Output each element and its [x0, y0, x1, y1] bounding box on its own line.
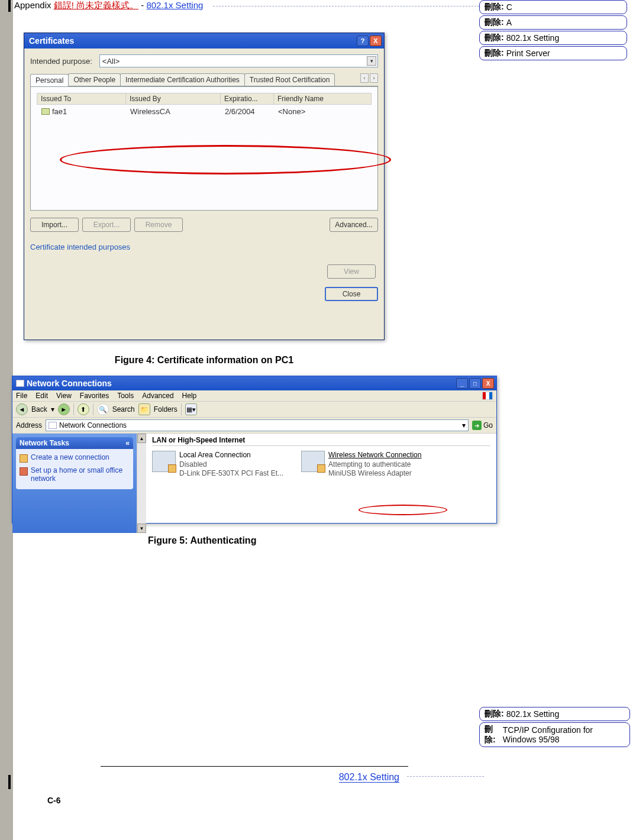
certificate-purposes-label: Certificate intended purposes	[30, 243, 378, 251]
conn-device: D-Link DFE-530TX PCI Fast Et...	[179, 469, 283, 479]
scroll-up-icon[interactable]: ▲	[137, 434, 146, 443]
dash: -	[138, 0, 146, 10]
cert-row[interactable]: fae1 WirelessCA 2/6/2004 <None>	[37, 105, 372, 118]
change-bar	[0, 0, 13, 840]
tabs-scroll-right[interactable]: ›	[370, 73, 378, 83]
connection-lan[interactable]: Local Area Connection Disabled D-Link DF…	[152, 451, 283, 479]
select-value: <All>	[102, 57, 120, 66]
chevron-down-icon[interactable]: ▾	[462, 421, 466, 429]
address-input[interactable]: Network Connections ▾	[46, 419, 469, 431]
close-button[interactable]: Close	[325, 287, 378, 301]
close-icon[interactable]: X	[370, 35, 382, 46]
search-icon[interactable]: 🔍	[97, 403, 109, 415]
tab-trusted-root[interactable]: Trusted Root Certification	[244, 73, 335, 86]
address-label: Address	[16, 421, 42, 429]
folders-label[interactable]: Folders	[154, 405, 177, 413]
revision-bubble[interactable]: 刪除:802.1x Setting	[479, 31, 627, 45]
certificates-dialog: Certificates ? X Intended purpose: <All>…	[24, 33, 385, 340]
page-number: C-6	[47, 796, 61, 805]
task-create-connection[interactable]: Create a new connection	[20, 451, 130, 464]
up-button[interactable]: ⬆	[78, 403, 89, 415]
task-label: Set up a home or small office network	[31, 466, 130, 483]
views-button[interactable]: ▦▾	[185, 403, 197, 415]
category-header: LAN or High-Speed Internet	[152, 436, 490, 446]
address-bar: Address Network Connections ▾ ➜ Go	[12, 418, 496, 434]
cell-issued-to: fae1	[52, 107, 67, 116]
figure-caption-4: Figure 4: Certificate information on PC1	[24, 355, 385, 366]
header-link[interactable]: 802.1x Setting	[146, 0, 203, 10]
col-issued-to[interactable]: Issued To	[37, 93, 126, 104]
col-expiration[interactable]: Expiratio...	[221, 93, 274, 104]
tabs-scroll-left[interactable]: ‹	[360, 73, 369, 83]
tab-intermediate-ca[interactable]: Intermediate Certification Authorities	[120, 73, 245, 86]
cell-issued-by: WirelessCA	[127, 106, 221, 117]
scroll-down-icon[interactable]: ▼	[137, 524, 146, 533]
help-button[interactable]: ?	[357, 35, 369, 46]
collapse-icon[interactable]: «	[125, 439, 130, 447]
certificate-list: Issued To Issued By Expiratio... Friendl…	[30, 86, 378, 211]
dialog-title: Certificates	[29, 36, 74, 46]
windows-flag-icon	[482, 392, 493, 400]
advanced-button[interactable]: Advanced...	[330, 218, 378, 232]
remove-button[interactable]: Remove	[134, 218, 183, 232]
col-issued-by[interactable]: Issued By	[126, 93, 221, 104]
separator	[73, 403, 74, 415]
menu-tools[interactable]: Tools	[117, 392, 134, 400]
toolbar: ◄ Back▾ ► ⬆ 🔍 Search 📁 Folders ▦▾	[12, 402, 496, 418]
connection-wireless[interactable]: Wireless Network Connection Attempting t…	[301, 451, 421, 479]
folders-icon[interactable]: 📁	[138, 403, 150, 415]
maximize-button[interactable]: □	[469, 378, 481, 389]
panel-scrollbar[interactable]: ▲ ▼	[137, 434, 146, 533]
menu-advanced[interactable]: Advanced	[142, 392, 173, 400]
revision-bubble[interactable]: 刪除:Print Server	[479, 46, 627, 60]
menu-view[interactable]: View	[56, 392, 72, 400]
back-label[interactable]: Back	[31, 405, 47, 413]
menu-help[interactable]: Help	[182, 392, 197, 400]
appendix-label: Appendix	[14, 0, 54, 10]
go-label: Go	[483, 421, 493, 429]
task-icon	[20, 467, 28, 476]
task-setup-network[interactable]: Set up a home or small office network	[20, 464, 130, 484]
rev-label: 刪除:	[485, 33, 504, 43]
col-friendly-name[interactable]: Friendly Name	[274, 93, 371, 104]
go-button[interactable]: ➜ Go	[472, 421, 493, 430]
revision-bubble[interactable]: 刪除:802.1x Setting	[479, 707, 630, 721]
network-icon	[16, 380, 24, 387]
task-label: Create a new connection	[31, 453, 109, 461]
footer-link[interactable]: 802.1x Setting	[331, 772, 399, 783]
rev-text: A	[506, 18, 512, 27]
dialog-titlebar[interactable]: Certificates ? X	[24, 33, 384, 49]
window-title: Network Connections	[27, 379, 112, 388]
go-icon: ➜	[472, 421, 482, 430]
conn-name: Wireless Network Connection	[328, 451, 421, 460]
intended-purpose-select[interactable]: <All> ▾	[99, 54, 378, 67]
window-titlebar[interactable]: Network Connections _ □ X	[12, 376, 496, 390]
import-button[interactable]: Import...	[30, 218, 79, 232]
separator	[181, 403, 182, 415]
revision-bubble[interactable]: 刪除:A	[479, 15, 627, 30]
close-icon[interactable]: X	[482, 378, 494, 389]
menu-file[interactable]: File	[16, 392, 27, 400]
revision-bubble[interactable]: 刪除:C	[479, 0, 627, 14]
back-button[interactable]: ◄	[16, 403, 28, 415]
menu-favorites[interactable]: Favorites	[80, 392, 109, 400]
view-button[interactable]: View	[327, 264, 376, 279]
search-label[interactable]: Search	[112, 405, 135, 413]
menu-edit[interactable]: Edit	[35, 392, 48, 400]
task-icon	[20, 454, 28, 463]
chevron-down-icon[interactable]: ▾	[367, 56, 376, 66]
tasks-title: Network Tasks	[20, 439, 69, 447]
footer-rule	[101, 766, 408, 767]
cert-tabs: Personal Other People Intermediate Certi…	[30, 73, 378, 86]
tab-personal[interactable]: Personal	[30, 74, 69, 86]
rev-label: 刪除:	[485, 2, 504, 12]
revision-bubble[interactable]: 刪除:TCP/IP Configuration for Windows 95/9…	[479, 722, 630, 747]
minimize-button[interactable]: _	[456, 378, 468, 389]
tab-other-people[interactable]: Other People	[68, 73, 121, 86]
network-icon	[49, 422, 57, 429]
forward-button[interactable]: ►	[58, 403, 70, 415]
tasks-header[interactable]: Network Tasks «	[16, 437, 133, 449]
cell-expiration: 2/6/2004	[221, 106, 275, 117]
window-body: Network Tasks « Create a new connection …	[12, 434, 496, 533]
export-button[interactable]: Export...	[82, 218, 131, 232]
